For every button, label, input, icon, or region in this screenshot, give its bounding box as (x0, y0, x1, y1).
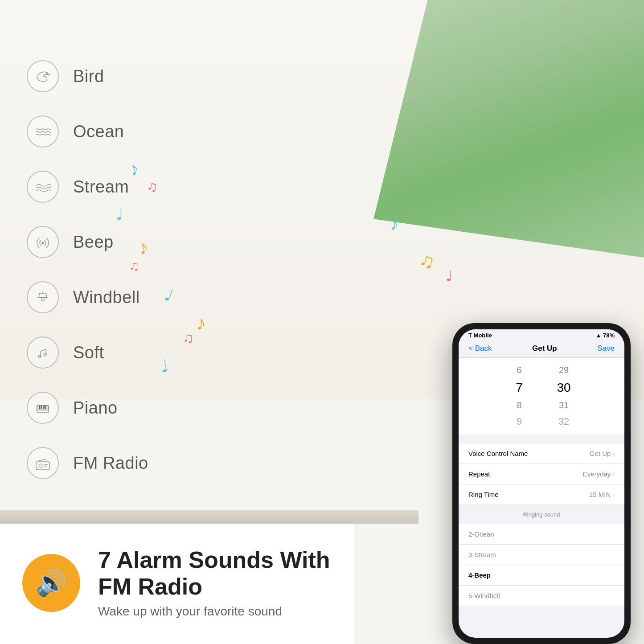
chevron-icon-0: › (612, 450, 615, 457)
ocean-icon-circle (27, 115, 59, 148)
sound-item-windbell: Windbell (27, 281, 148, 313)
svg-rect-13 (45, 406, 46, 409)
ringing-options: 2-Ocean 3-Stream 4-Beep 5-Windbell (459, 524, 624, 606)
hour-next[interactable]: 8 (497, 398, 541, 413)
sound-list: Bird Ocean Stream (27, 60, 148, 479)
hour-far: 9 (497, 413, 541, 430)
time-picker[interactable]: 6 7 8 9 29 30 31 32 (459, 358, 624, 435)
svg-rect-11 (43, 406, 45, 409)
minute-next[interactable]: 31 (541, 398, 586, 413)
piano-icon (34, 399, 51, 416)
ring-time-value: 15 MIN › (589, 491, 615, 498)
chevron-icon-1: › (612, 471, 615, 478)
nav-title: Get Up (532, 344, 557, 353)
phone-nav-bar: < Back Get Up Save (459, 340, 624, 358)
repeat-value: Everyday › (583, 470, 615, 478)
svg-point-1 (42, 242, 44, 244)
hour-prev[interactable]: 6 (497, 362, 541, 378)
ringing-option-stream[interactable]: 3-Stream (459, 545, 624, 565)
svg-rect-10 (39, 406, 40, 409)
soft-icon (34, 344, 51, 361)
minute-selected[interactable]: 30 (541, 378, 586, 398)
ringing-option-windbell[interactable]: 5-Windbell (459, 586, 624, 606)
minute-picker[interactable]: 29 30 31 32 (541, 362, 586, 430)
bird-icon-circle (27, 60, 59, 92)
sub-title: Wake up with your favorite sound (98, 604, 330, 619)
sound-item-beep: Beep (27, 226, 148, 258)
bottom-section: 🔊 7 Alarm Sounds WithFM Radio Wake up wi… (0, 521, 354, 644)
ring-time-label: Ring Time (468, 491, 499, 498)
save-button[interactable]: Save (597, 344, 615, 353)
windbell-icon (34, 289, 51, 306)
sound-item-stream: Stream (27, 171, 148, 203)
ring-time-row[interactable]: Ring Time 15 MIN › (459, 484, 624, 505)
radio-icon-circle (27, 447, 59, 479)
bird-icon (34, 68, 51, 85)
hour-selected[interactable]: 7 (497, 378, 541, 398)
svg-rect-12 (41, 406, 42, 409)
svg-rect-14 (36, 462, 49, 470)
carrier-text: T Mobile (468, 332, 492, 339)
battery-text: ▲ 78% (595, 332, 615, 339)
svg-point-15 (39, 464, 42, 468)
sound-item-ocean: Ocean (27, 115, 148, 148)
soft-label: Soft (73, 343, 104, 362)
sound-item-bird: Bird (27, 60, 148, 92)
sound-item-soft: Soft (27, 336, 148, 369)
back-button[interactable]: < Back (468, 344, 492, 353)
main-title: 7 Alarm Sounds WithFM Radio (98, 547, 330, 600)
beep-icon (34, 234, 51, 250)
hour-picker[interactable]: 6 7 8 9 (497, 362, 541, 430)
sound-item-piano: Piano (27, 392, 148, 424)
phone-screen: T Mobile ▲ 78% < Back Get Up Save 6 7 8 … (459, 329, 624, 638)
stream-label: Stream (73, 177, 129, 197)
svg-rect-5 (37, 406, 49, 410)
windbell-icon-circle (27, 281, 59, 313)
bird-label: Bird (73, 67, 104, 86)
repeat-row[interactable]: Repeat Everyday › (459, 464, 624, 484)
ringing-option-ocean[interactable]: 2-Ocean (459, 524, 624, 545)
ringing-option-beep[interactable]: 4-Beep (459, 565, 624, 586)
piano-label: Piano (73, 398, 118, 418)
ocean-icon (34, 123, 51, 140)
radio-icon (34, 455, 51, 472)
ringing-header: Ringing sound (459, 505, 624, 524)
ocean-label: Ocean (73, 122, 124, 141)
bottom-text-area: 7 Alarm Sounds WithFM Radio Wake up with… (98, 547, 330, 619)
music-note-7: ♪ (196, 312, 206, 334)
music-note-8: ♫ (183, 330, 193, 346)
stream-icon (34, 178, 51, 195)
settings-rows: Voice Control Name Get Up › Repeat Every… (459, 443, 624, 505)
minute-far: 32 (541, 413, 586, 430)
soft-icon-circle (27, 336, 59, 369)
sound-item-fm-radio: FM Radio (27, 447, 148, 479)
windbell-label: Windbell (73, 288, 140, 307)
repeat-label: Repeat (468, 470, 490, 478)
status-bar: T Mobile ▲ 78% (459, 329, 624, 340)
voice-control-value: Get Up › (590, 450, 615, 457)
beep-label: Beep (73, 233, 114, 252)
svg-point-0 (46, 73, 48, 74)
voice-control-row[interactable]: Voice Control Name Get Up › (459, 443, 624, 464)
room-floor (0, 510, 418, 524)
music-note-r3: ♩ (446, 267, 452, 284)
speaker-badge: 🔊 (22, 554, 80, 612)
music-note-r1: ♪ (390, 214, 399, 234)
voice-control-label: Voice Control Name (468, 450, 528, 457)
stream-icon-circle (27, 171, 59, 203)
chevron-icon-2: › (612, 491, 615, 498)
minute-prev[interactable]: 29 (541, 362, 586, 378)
phone-mockup: T Mobile ▲ 78% < Back Get Up Save 6 7 8 … (452, 323, 631, 644)
piano-icon-circle (27, 392, 59, 424)
speaker-icon: 🔊 (36, 568, 67, 598)
fm-radio-label: FM Radio (73, 454, 148, 473)
beep-icon-circle (27, 226, 59, 258)
